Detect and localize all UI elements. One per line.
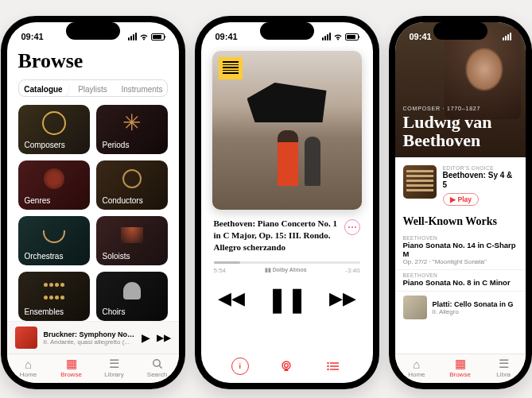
- status-time: 09:41: [410, 32, 432, 41]
- bottom-nav: ⌂Home ▦Browse ☰Library Search: [7, 354, 179, 383]
- nav-library[interactable]: ☰Library: [93, 357, 136, 378]
- card-conductors[interactable]: Conductors: [96, 160, 168, 210]
- browse-icon: ▦: [66, 357, 77, 370]
- artwork-piano: [247, 83, 327, 122]
- bottom-nav: ⌂Home ▦Browse ☰Libra: [395, 354, 526, 383]
- tab-playlists[interactable]: Playlists: [68, 80, 118, 96]
- card-periods[interactable]: ✳Periods: [96, 105, 168, 154]
- progress-bar[interactable]: [214, 261, 360, 264]
- play-icon[interactable]: ▶: [142, 331, 150, 344]
- editors-choice-title: Beethoven: Sy 4 & 5: [443, 171, 518, 190]
- signal-icon: [322, 33, 331, 41]
- nav-home[interactable]: ⌂Home: [395, 357, 439, 378]
- home-icon: ⌂: [413, 357, 420, 370]
- svg-point-3: [285, 364, 289, 368]
- home-icon: ⌂: [25, 357, 32, 370]
- track-title: Beethoven: Piano Concerto No. 1 in C Maj…: [214, 218, 338, 253]
- svg-line-1: [159, 365, 161, 368]
- search-icon: [152, 357, 163, 370]
- more-button[interactable]: ⋯: [344, 219, 360, 235]
- svg-point-0: [153, 360, 159, 366]
- wifi-icon: [333, 33, 343, 41]
- nav-library[interactable]: ☰Libra: [482, 357, 526, 378]
- mini-player-artwork: [15, 327, 37, 349]
- album-artwork[interactable]: [212, 51, 362, 210]
- elapsed-time: 5:54: [214, 267, 227, 274]
- library-icon: ☰: [109, 357, 119, 370]
- dolby-badge: ▮▮ Dolby Atmos: [265, 267, 307, 273]
- mini-player-subtitle: II. Andante, quasi allegretto (...: [44, 338, 135, 346]
- card-ensembles[interactable]: Ensembles: [18, 272, 90, 321]
- page-title: Browse: [7, 46, 179, 79]
- editors-choice[interactable]: EDITOR'S CHOICE Beethoven: Sy 4 & 5 ▶ Pl…: [395, 157, 526, 214]
- signal-icon: [128, 33, 137, 41]
- segmented-tabs: Catalogue Playlists Instruments: [18, 79, 168, 97]
- nav-browse[interactable]: ▦Browse: [438, 357, 482, 378]
- notch: [260, 22, 314, 40]
- fast-forward-button[interactable]: ▶▶: [329, 288, 356, 309]
- status-time: 09:41: [216, 32, 238, 41]
- remaining-time: -3:40: [345, 267, 359, 274]
- notch: [66, 22, 120, 40]
- card-soloists[interactable]: Soloists: [96, 216, 168, 265]
- mini-player-title: Bruckner: Symphony No. 4 i...: [44, 330, 135, 338]
- rewind-button[interactable]: ◀◀: [218, 288, 245, 309]
- work-item[interactable]: BEETHOVEN Piano Sonata No. 14 in C-Sharp…: [395, 233, 526, 270]
- pause-button[interactable]: ❚❚: [267, 285, 307, 313]
- battery-icon: [345, 33, 359, 41]
- browse-icon: ▦: [455, 357, 466, 370]
- battery-icon: [151, 33, 165, 41]
- tab-instruments[interactable]: Instruments: [118, 80, 167, 96]
- airplay-button[interactable]: [278, 357, 295, 375]
- editors-choice-label: EDITOR'S CHOICE: [443, 165, 518, 171]
- nav-search[interactable]: Search: [136, 357, 179, 378]
- mini-player[interactable]: Bruckner: Symphony No. 4 i... II. Andant…: [7, 321, 179, 354]
- info-button[interactable]: i: [231, 357, 249, 375]
- phone-browse: 09:41 Browse Catalogue Playlists Instrum…: [1, 16, 185, 389]
- work-item[interactable]: BEETHOVEN Piano Sonata No. 8 in C Minor: [395, 270, 526, 292]
- mini-player-subtitle: II. Allegro: [433, 308, 518, 315]
- svg-point-8: [327, 365, 328, 367]
- status-time: 09:41: [21, 32, 44, 41]
- phone-composer: 09:41 COMPOSER · 1770–1827 Ludwig van Be…: [389, 16, 532, 389]
- mini-player[interactable]: Platti: Cello Sonata in G II. Allegro: [395, 292, 526, 323]
- nav-home[interactable]: ⌂Home: [7, 357, 50, 378]
- label-logo-icon: [219, 57, 243, 79]
- svg-point-7: [327, 362, 328, 364]
- queue-button[interactable]: [324, 357, 342, 375]
- artwork-figure: [278, 130, 298, 186]
- section-heading: Well-Known Works: [395, 214, 526, 233]
- artwork-figure: [305, 137, 320, 186]
- phone-now-playing: 09:41 Beethoven: Piano Concerto No. 1 in…: [195, 16, 379, 389]
- category-grid: Composers ✳Periods Genres Conductors Orc…: [7, 105, 179, 321]
- tab-catalogue[interactable]: Catalogue: [19, 80, 68, 96]
- card-composers[interactable]: Composers: [18, 105, 90, 154]
- mini-player-title: Platti: Cello Sonata in G: [433, 300, 518, 308]
- card-orchestras[interactable]: Orchestras: [18, 216, 90, 265]
- card-choirs[interactable]: Choirs: [96, 272, 168, 321]
- forward-icon[interactable]: ▶▶: [157, 332, 171, 343]
- library-icon: ☰: [499, 357, 509, 370]
- card-genres[interactable]: Genres: [18, 160, 90, 210]
- composer-meta: COMPOSER · 1770–1827: [403, 106, 518, 111]
- nav-browse[interactable]: ▦Browse: [50, 357, 93, 378]
- signal-icon: [503, 33, 511, 41]
- svg-point-9: [327, 369, 328, 370]
- play-button[interactable]: ▶ Play: [443, 193, 480, 206]
- notch: [433, 22, 487, 40]
- wifi-icon: [139, 33, 149, 41]
- mini-player-artwork: [403, 296, 427, 319]
- editors-choice-artwork: [403, 165, 437, 199]
- playback-controls: ◀◀ ❚❚ ▶▶: [201, 285, 373, 313]
